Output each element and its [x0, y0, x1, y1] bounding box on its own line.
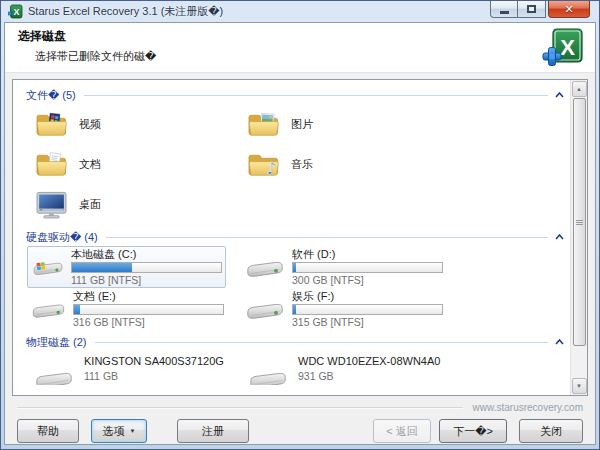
register-button-label: 注册 [202, 424, 224, 439]
drive-size: 111 GB [NTFS] [71, 274, 222, 287]
svg-text:X: X [13, 7, 19, 17]
folders-grid: 视频 [13, 104, 570, 224]
drive-info: 软件 (D:) 300 GB [NTFS] [292, 248, 443, 287]
drive-name: 娱乐 (F:) [292, 290, 443, 303]
main-area: 文件� (5) [5, 73, 595, 398]
client-area: 选择磁盘 选择带已删除文件的磁� X 文件� (5) [4, 22, 596, 445]
physical-disk-item-kingston[interactable]: KINGSTON SA400S37120G 111 GB [13, 352, 227, 385]
section-divider [95, 342, 549, 343]
next-button-label: 下一�> [453, 424, 493, 439]
drive-item-d[interactable]: 软件 (D:) 300 GB [NTFS] [241, 246, 570, 288]
options-button-label: 选项 [103, 424, 125, 439]
svg-text:X: X [560, 35, 575, 60]
collapse-chevron-icon[interactable] [555, 234, 564, 240]
physical-section-title: 物理磁盘 (2) [26, 335, 87, 350]
scrollbar-grip-icon [576, 222, 583, 223]
physical-disk-icon [247, 363, 289, 385]
folder-label: 图片 [291, 117, 313, 132]
app-icon: X [8, 4, 23, 19]
minimize-button[interactable] [490, 1, 518, 18]
dropdown-arrow-icon: ▼ [130, 428, 136, 434]
section-divider [106, 237, 548, 238]
scrollbar-thumb[interactable] [573, 98, 586, 346]
disk-list-panel: 文件� (5) [12, 79, 588, 396]
page-header: 选择磁盘 选择带已删除文件的磁� X [5, 23, 595, 73]
drives-section-header: 硬盘驱动� (4) [26, 230, 566, 244]
drive-e-icon [30, 294, 67, 324]
excel-recovery-icon: X [541, 26, 585, 70]
drives-section-title: 硬盘驱动� (4) [26, 230, 98, 245]
section-divider [84, 95, 548, 96]
minimize-icon [500, 11, 509, 14]
physical-disk-size: 931 GB [298, 370, 440, 382]
collapse-chevron-icon[interactable] [555, 92, 564, 98]
close-button[interactable]: ✕ [548, 1, 590, 18]
physical-disk-size: 111 GB [84, 370, 224, 382]
close-dialog-button[interactable]: 关闭 [519, 419, 583, 443]
videos-folder-icon [35, 110, 68, 139]
capacity-bar [71, 262, 222, 273]
footer-separator-row: www.starusrecovery.com [17, 401, 583, 414]
help-button-label: 帮助 [37, 424, 59, 439]
disk-list-content: 文件� (5) [13, 80, 570, 395]
capacity-bar-fill [293, 263, 296, 272]
desktop-icon [35, 190, 68, 219]
drive-size: 315 GB [NTFS] [292, 316, 443, 329]
page-subtitle: 选择带已删除文件的磁� [35, 49, 585, 64]
physical-disk-item-wdc[interactable]: WDC WD10EZEX-08WN4A0 931 GB [227, 352, 570, 385]
drive-d-icon [244, 252, 286, 282]
footer-bar: www.starusrecovery.com 帮助 选项▼ 注册 < 返回 下一… [5, 398, 595, 444]
scroll-up-icon: ▲ [576, 86, 582, 92]
folder-item-music[interactable]: ♪ 音乐 [225, 144, 570, 184]
documents-folder-icon [35, 150, 68, 179]
folder-item-documents[interactable]: 文档 [13, 144, 225, 184]
drive-item-e[interactable]: 文档 (E:) 316 GB [NTFS] [27, 288, 227, 330]
folder-label: 音乐 [291, 157, 313, 172]
back-button[interactable]: < 返回 [373, 419, 431, 443]
help-button[interactable]: 帮助 [17, 419, 79, 443]
capacity-bar [73, 304, 224, 315]
options-button[interactable]: 选项▼ [91, 419, 147, 443]
maximize-button[interactable] [518, 1, 546, 18]
physical-disk-icon [33, 363, 75, 385]
capacity-bar-fill [293, 305, 296, 314]
folder-label: 文档 [79, 157, 101, 172]
scroll-up-button[interactable]: ▲ [572, 81, 587, 97]
vertical-scrollbar[interactable]: ▲ ▼ [570, 80, 587, 395]
drives-grid: 本地磁盘 (C:) 111 GB [NTFS] [13, 246, 570, 330]
svg-text:♪: ♪ [266, 158, 277, 177]
window-controls: ✕ [490, 1, 590, 18]
folder-item-desktop[interactable]: 桌面 [13, 184, 225, 224]
register-button[interactable]: 注册 [177, 419, 249, 443]
next-button[interactable]: 下一�> [439, 419, 507, 443]
drive-info: 文档 (E:) 316 GB [NTFS] [73, 290, 224, 329]
close-dialog-button-label: 关闭 [540, 424, 562, 439]
physical-section-header: 物理磁盘 (2) [26, 335, 566, 349]
drive-item-f[interactable]: 娱乐 (F:) 315 GB [NTFS] [241, 288, 570, 330]
folder-label: 桌面 [79, 197, 101, 212]
folder-item-videos[interactable]: 视频 [13, 104, 225, 144]
footer-divider [17, 407, 463, 409]
physical-disk-info: WDC WD10EZEX-08WN4A0 931 GB [298, 352, 440, 385]
window-title: Starus Excel Recovery 3.1 (未注册版�) [28, 4, 223, 19]
folder-item-pictures[interactable]: 图片 [225, 104, 570, 144]
capacity-bar [292, 262, 443, 273]
website-link[interactable]: www.starusrecovery.com [473, 402, 583, 413]
folders-section-header: 文件� (5) [26, 88, 566, 102]
physical-disk-info: KINGSTON SA400S37120G 111 GB [84, 352, 224, 385]
physical-disk-name: WDC WD10EZEX-08WN4A0 [298, 355, 440, 368]
drive-size: 316 GB [NTFS] [73, 316, 224, 329]
capacity-bar-fill [74, 305, 80, 314]
folders-section-title: 文件� (5) [26, 88, 76, 103]
folder-label: 视频 [79, 117, 101, 132]
close-icon: ✕ [564, 4, 573, 15]
drive-item-c[interactable]: 本地磁盘 (C:) 111 GB [NTFS] [27, 246, 226, 288]
music-folder-icon: ♪ [247, 150, 280, 179]
drive-c-icon [31, 252, 65, 282]
capacity-bar-fill [72, 263, 132, 272]
scroll-down-button[interactable]: ▼ [572, 378, 587, 394]
physical-disk-name: KINGSTON SA400S37120G [84, 355, 224, 368]
collapse-chevron-icon[interactable] [555, 339, 564, 345]
drive-info: 娱乐 (F:) 315 GB [NTFS] [292, 290, 443, 329]
drive-size: 300 GB [NTFS] [292, 274, 443, 287]
